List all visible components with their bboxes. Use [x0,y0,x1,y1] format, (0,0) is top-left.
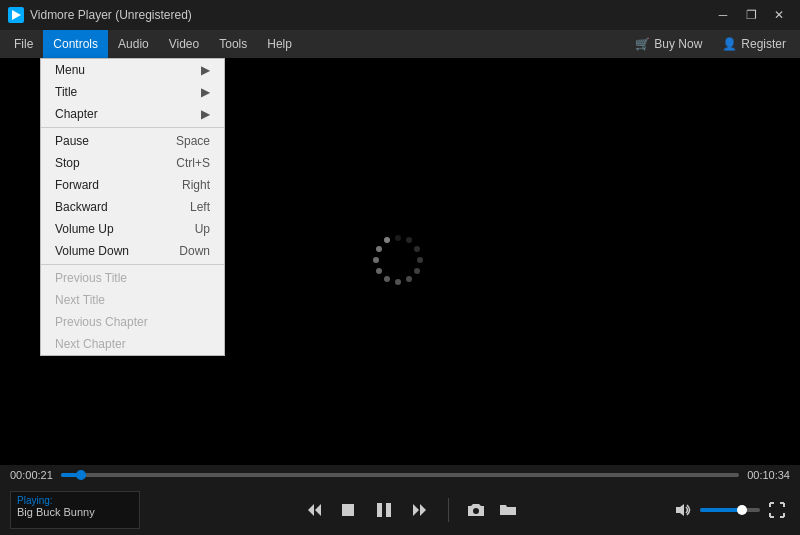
playback-row: Playing: Big Buck Bunny [0,485,800,535]
shortcut-label: Up [195,222,210,236]
menu-items: FileControlsAudioVideoToolsHelp [4,30,302,58]
loading-spinner [370,232,430,292]
title-bar: Vidmore Player (Unregistered) ─ ❐ ✕ [0,0,800,30]
app-title: Vidmore Player (Unregistered) [30,8,710,22]
menu-item-file[interactable]: File [4,30,43,58]
svg-marker-0 [12,10,21,20]
volume-button[interactable] [670,497,696,523]
menu-item-backward[interactable]: BackwardLeft [41,196,224,218]
progress-bar-container: 00:00:21 00:10:34 [0,465,800,485]
menu-item-chapter[interactable]: Chapter▶ [41,103,224,125]
svg-marker-8 [676,504,684,516]
screenshot-button[interactable] [463,497,489,523]
folder-button[interactable] [495,497,521,523]
submenu-arrow-icon: ▶ [201,107,210,121]
shortcut-label: Ctrl+S [176,156,210,170]
control-divider [448,498,449,522]
menu-item-pause[interactable]: PauseSpace [41,130,224,152]
svg-marker-7 [420,504,426,516]
menu-item-next-title: Next Title [41,289,224,311]
spinner-dot [406,237,412,243]
spinner-dot [406,276,412,282]
menu-item-tools[interactable]: Tools [209,30,257,58]
progress-track[interactable] [61,473,739,477]
user-icon: 👤 [722,37,737,51]
menu-item-label: Previous Title [55,271,127,285]
current-time: 00:00:21 [10,469,53,481]
menu-item-help[interactable]: Help [257,30,302,58]
fullscreen-button[interactable] [764,497,790,523]
menu-item-label: Stop [55,156,80,170]
spinner-dot [373,257,379,263]
now-playing-title: Big Buck Bunny [17,506,133,518]
buy-now-label: Buy Now [654,37,702,51]
shortcut-label: Left [190,200,210,214]
center-controls [150,494,670,526]
volume-thumb [737,505,747,515]
menu-item-video[interactable]: Video [159,30,209,58]
menu-item-next-chapter: Next Chapter [41,333,224,355]
svg-marker-1 [308,504,314,516]
menu-item-label: Chapter [55,107,98,121]
now-playing-box: Playing: Big Buck Bunny [10,491,140,529]
submenu-arrow-icon: ▶ [201,63,210,77]
now-playing-label: Playing: [17,495,133,506]
menu-item-label: Title [55,85,77,99]
buy-now-button[interactable]: 🛒 Buy Now [625,33,712,55]
shortcut-label: Down [179,244,210,258]
spinner-dot [384,276,390,282]
minimize-button[interactable]: ─ [710,5,736,25]
menu-item-previous-chapter: Previous Chapter [41,311,224,333]
register-label: Register [741,37,786,51]
window-controls: ─ ❐ ✕ [710,5,792,25]
progress-fill [61,473,81,477]
menu-item-label: Backward [55,200,108,214]
rewind-button[interactable] [300,496,328,524]
menu-item-label: Forward [55,178,99,192]
spinner-dot [417,257,423,263]
forward-button[interactable] [406,496,434,524]
menu-item-volume-up[interactable]: Volume UpUp [41,218,224,240]
shortcut-label: Right [182,178,210,192]
bottom-controls: 00:00:21 00:10:34 Playing: Big Buck Bunn… [0,465,800,535]
svg-rect-5 [386,503,391,517]
menu-item-label: Menu [55,63,85,77]
progress-thumb [76,470,86,480]
menu-item-label: Previous Chapter [55,315,148,329]
shortcut-label: Space [176,134,210,148]
menu-item-volume-down[interactable]: Volume DownDown [41,240,224,262]
menu-item-previous-title: Previous Title [41,267,224,289]
menu-separator [41,127,224,128]
menu-item-label: Volume Down [55,244,129,258]
spinner-dot [384,237,390,243]
volume-track[interactable] [700,508,760,512]
menu-item-audio[interactable]: Audio [108,30,159,58]
total-time: 00:10:34 [747,469,790,481]
menu-right: 🛒 Buy Now 👤 Register [625,33,796,55]
menu-item-label: Next Chapter [55,337,126,351]
menu-item-controls[interactable]: Controls [43,30,108,58]
close-button[interactable]: ✕ [766,5,792,25]
svg-marker-6 [413,504,419,516]
spinner-dot [395,235,401,241]
right-controls [670,497,790,523]
menu-item-title[interactable]: Title▶ [41,81,224,103]
menu-item-forward[interactable]: ForwardRight [41,174,224,196]
restore-button[interactable]: ❐ [738,5,764,25]
spinner-dot [414,246,420,252]
svg-marker-2 [315,504,321,516]
stop-button[interactable] [334,496,362,524]
menu-separator [41,264,224,265]
spinner-dot [414,268,420,274]
register-button[interactable]: 👤 Register [712,33,796,55]
submenu-arrow-icon: ▶ [201,85,210,99]
menu-bar: FileControlsAudioVideoToolsHelp 🛒 Buy No… [0,30,800,58]
spinner-dot [376,246,382,252]
menu-item-label: Next Title [55,293,105,307]
cart-icon: 🛒 [635,37,650,51]
menu-item-menu[interactable]: Menu▶ [41,59,224,81]
spinner-dot [376,268,382,274]
volume-fill [700,508,742,512]
menu-item-stop[interactable]: StopCtrl+S [41,152,224,174]
pause-button[interactable] [368,494,400,526]
